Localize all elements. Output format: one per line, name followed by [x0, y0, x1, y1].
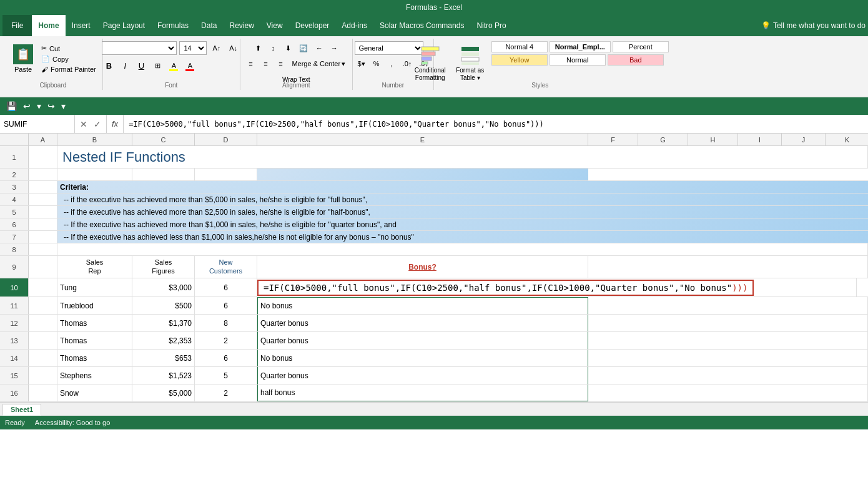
cell-e10-formula[interactable]: =IF(C10>5000,"full bonus",IF(C10>2500,"h…: [257, 278, 857, 296]
cell-f9[interactable]: [588, 256, 868, 278]
col-header-b[interactable]: B: [57, 134, 132, 145]
menu-solar[interactable]: Solar Macros Commands: [373, 15, 470, 36]
cell-a3[interactable]: [29, 181, 57, 193]
cell-e9[interactable]: Bonus?: [257, 256, 588, 278]
cell-d15[interactable]: 5: [195, 367, 257, 384]
cell-c10[interactable]: $3,000: [132, 278, 195, 296]
col-header-h[interactable]: H: [688, 134, 738, 145]
cell-c9[interactable]: SalesFigures: [132, 256, 195, 278]
style-normal4[interactable]: Normal 4: [491, 41, 548, 52]
col-header-j[interactable]: J: [782, 134, 826, 145]
menu-nitro[interactable]: Nitro Pro: [470, 15, 512, 36]
cell-c13[interactable]: $2,353: [132, 332, 195, 349]
comma-button[interactable]: ,: [385, 57, 398, 71]
cell-a10[interactable]: [29, 278, 57, 296]
font-name-select[interactable]: [102, 41, 177, 55]
cell-a7[interactable]: [29, 231, 57, 243]
cell-a11[interactable]: [29, 297, 57, 314]
cell-b11[interactable]: Trueblood: [57, 297, 132, 314]
style-yellow[interactable]: Yellow: [491, 54, 548, 66]
menu-data[interactable]: Data: [195, 15, 223, 36]
cell-c16[interactable]: $5,000: [132, 384, 195, 401]
cell-c14[interactable]: $653: [132, 350, 195, 366]
cell-b16[interactable]: Snow: [57, 384, 132, 401]
cell-d9[interactable]: NewCustomers: [195, 256, 257, 278]
indent-decrease-button[interactable]: ←: [312, 41, 326, 55]
align-bottom-button[interactable]: ⬇: [281, 41, 295, 55]
cell-b1[interactable]: Nested IF Functions: [57, 146, 868, 168]
cell-e15[interactable]: Quarter bonus: [257, 367, 588, 384]
align-left-button[interactable]: ≡: [244, 57, 257, 71]
cell-b8[interactable]: [57, 243, 868, 255]
cell-a4[interactable]: [29, 193, 57, 205]
cell-d13[interactable]: 2: [195, 332, 257, 349]
copy-button[interactable]: 📄 Copy: [40, 54, 97, 64]
cell-d10[interactable]: 6: [195, 278, 257, 296]
border-button[interactable]: ⊞: [150, 59, 164, 72]
align-middle-button[interactable]: ↕: [266, 41, 280, 55]
cell-b10[interactable]: Tung: [57, 278, 132, 296]
save-button[interactable]: 💾: [5, 100, 18, 112]
cell-b5[interactable]: -- if the executive has achieved more th…: [57, 206, 868, 218]
formula-input[interactable]: [124, 119, 868, 130]
cell-a16[interactable]: [29, 384, 57, 401]
cell-b4[interactable]: -- if the executive has achieved more th…: [57, 193, 868, 205]
cell-d14[interactable]: 6: [195, 350, 257, 366]
sheet-tab-sheet1[interactable]: Sheet1: [2, 404, 41, 416]
col-header-a[interactable]: A: [29, 134, 57, 145]
menu-formulas[interactable]: Formulas: [151, 15, 195, 36]
quick-access-more-button[interactable]: ▾: [60, 100, 67, 112]
style-normal[interactable]: Normal: [550, 54, 606, 66]
cell-b7[interactable]: -- If the executive has achieved less th…: [57, 231, 868, 243]
cell-a2[interactable]: [29, 169, 57, 180]
cell-b15[interactable]: Stephens: [57, 367, 132, 384]
cell-b12[interactable]: Thomas: [57, 315, 132, 331]
font-size-select[interactable]: 14: [179, 41, 207, 55]
style-percent[interactable]: Percent: [613, 41, 669, 52]
search-area[interactable]: 💡 Tell me what you want to do: [761, 21, 866, 30]
cell-f15[interactable]: [588, 367, 868, 384]
redo-button[interactable]: ↪: [46, 100, 56, 112]
cancel-formula-button[interactable]: ✕: [79, 119, 89, 129]
cell-a15[interactable]: [29, 367, 57, 384]
cell-f14[interactable]: [588, 350, 868, 366]
menu-insert[interactable]: Insert: [66, 15, 97, 36]
cell-a14[interactable]: [29, 350, 57, 366]
cell-a6[interactable]: [29, 218, 57, 230]
confirm-formula-button[interactable]: ✓: [92, 119, 102, 129]
cell-e13[interactable]: Quarter bonus: [257, 332, 588, 349]
conditional-formatting-button[interactable]: Conditional Formatting: [412, 41, 449, 85]
cell-d11[interactable]: 6: [195, 297, 257, 314]
cell-a12[interactable]: [29, 315, 57, 331]
italic-button[interactable]: I: [118, 59, 132, 72]
cell-e2[interactable]: [257, 169, 588, 180]
col-header-g[interactable]: G: [638, 134, 688, 145]
cell-c2[interactable]: [132, 169, 195, 180]
indent-increase-button[interactable]: →: [327, 41, 341, 55]
align-top-button[interactable]: ⬆: [251, 41, 265, 55]
format-as-table-button[interactable]: Format as Table ▾: [451, 41, 489, 85]
cell-e11[interactable]: No bonus: [257, 297, 588, 314]
underline-button[interactable]: U: [134, 59, 148, 72]
cell-c11[interactable]: $500: [132, 297, 195, 314]
cell-d2[interactable]: [195, 169, 257, 180]
decrease-font-button[interactable]: A↓: [226, 41, 240, 55]
cell-b2[interactable]: [57, 169, 132, 180]
paste-button[interactable]: 📋 Paste: [9, 41, 37, 76]
undo-button[interactable]: ↩: [22, 100, 32, 112]
style-normal-empl[interactable]: Normal_Empl...: [550, 41, 611, 52]
cell-b9[interactable]: SalesRep: [57, 256, 132, 278]
cell-e12[interactable]: Quarter bonus: [257, 315, 588, 331]
cell-b13[interactable]: Thomas: [57, 332, 132, 349]
cell-f16[interactable]: [588, 384, 868, 401]
col-header-i[interactable]: I: [738, 134, 782, 145]
increase-font-button[interactable]: A↑: [209, 41, 224, 55]
cell-f12[interactable]: [588, 315, 868, 331]
align-center-button[interactable]: ≡: [259, 57, 272, 71]
align-right-button[interactable]: ≡: [274, 57, 287, 71]
col-header-d[interactable]: D: [195, 134, 257, 145]
col-header-e[interactable]: E: [257, 134, 588, 145]
menu-view[interactable]: View: [260, 15, 289, 36]
merge-center-button[interactable]: Merge & Center ▾: [289, 57, 348, 71]
cell-a9[interactable]: [29, 256, 57, 278]
